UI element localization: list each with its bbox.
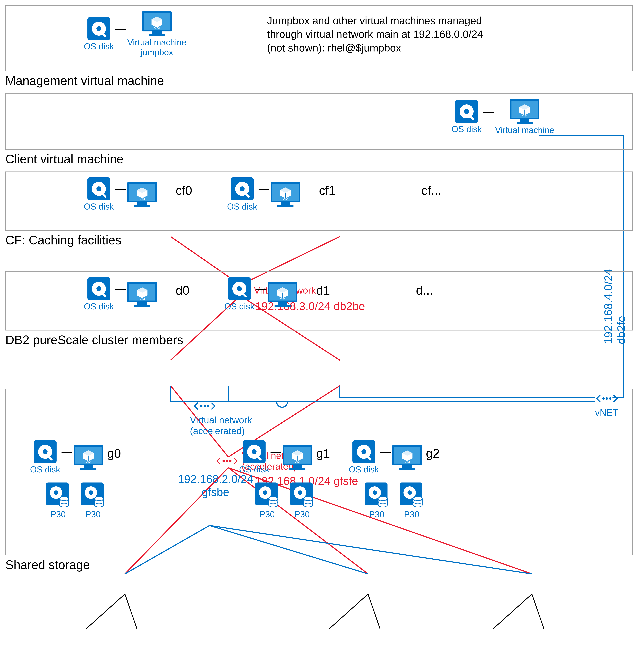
label-dmore: d... xyxy=(416,283,433,297)
vnet-db2fe-subnet: 192.168.4.0/24 db2fe xyxy=(602,269,628,344)
p30-g0-1: P30 xyxy=(46,482,70,519)
label-cfmore: cf... xyxy=(421,183,441,198)
label-d0: d0 xyxy=(176,283,189,297)
vm-g1 xyxy=(283,445,312,470)
vm-icon xyxy=(127,282,157,307)
disk-icon xyxy=(87,177,110,200)
os-disk-g1: OS disk xyxy=(239,440,269,474)
p30-icon xyxy=(81,482,105,508)
vm-icon xyxy=(142,11,172,36)
vm-g0 xyxy=(73,445,103,470)
p30-icon xyxy=(255,482,279,508)
vm-jumpbox-label: Virtual machine jumpbox xyxy=(127,37,186,57)
label-d1: d1 xyxy=(316,283,330,297)
label-g1: g1 xyxy=(316,446,330,460)
disk-icon xyxy=(231,177,254,200)
vnet-gfsbe-label: Virtual network (accelerated) xyxy=(190,415,252,436)
vm-icon xyxy=(73,445,103,470)
vm-icon xyxy=(268,282,297,307)
os-disk-d1: OS disk xyxy=(224,277,254,311)
link-line xyxy=(115,29,126,30)
p30-g2-1: P30 xyxy=(365,482,389,519)
management-title: Management virtual machine xyxy=(5,73,633,88)
vm-icon xyxy=(127,182,157,207)
vm-icon xyxy=(283,445,312,470)
db2-section: OS disk d0 OS disk d1 d... xyxy=(5,272,633,330)
note-text: Jumpbox and other virtual machines manag… xyxy=(267,14,496,55)
vm-d1 xyxy=(268,282,297,307)
cf-section: OS disk cf0 OS disk cf1 cf... xyxy=(5,171,633,231)
vm-icon xyxy=(392,445,422,470)
disk-icon xyxy=(228,277,251,300)
os-disk-d0: OS disk xyxy=(84,277,114,311)
os-disk-client: OS disk xyxy=(452,100,482,134)
vm-client: Virtual machine xyxy=(495,99,554,135)
p30-icon xyxy=(365,482,389,508)
disk-icon xyxy=(87,277,110,300)
os-disk-g2: OS disk xyxy=(349,440,379,474)
vm-cf0 xyxy=(127,182,157,207)
vm-d0 xyxy=(127,282,157,307)
p30-icon xyxy=(290,482,314,508)
os-disk-g0: OS disk xyxy=(30,440,60,474)
storage-g0: OS disk g0 P30 P30 xyxy=(30,440,121,519)
client-section: OS disk Virtual machine xyxy=(5,93,633,150)
vm-g2 xyxy=(392,445,422,470)
vm-cf1 xyxy=(271,182,300,207)
link-line xyxy=(483,112,494,113)
management-section: OS disk Virtual machine jumpbox Jumpbox … xyxy=(5,5,633,71)
label-g0: g0 xyxy=(107,446,121,460)
db2-title: DB2 pureScale cluster members xyxy=(5,333,633,347)
disk-icon xyxy=(243,440,266,463)
label-cf1: cf1 xyxy=(319,183,336,198)
label-cf0: cf0 xyxy=(176,183,192,198)
storage-title: Shared storage xyxy=(5,558,633,572)
os-disk-cf1: OS disk xyxy=(227,177,257,212)
os-disk-mgmt: OS disk xyxy=(84,17,114,51)
vm-icon xyxy=(510,99,539,124)
storage-g2: OS disk g2 P30 P30 xyxy=(349,440,440,519)
p30-g1-1: P30 xyxy=(255,482,279,519)
vm-jumpbox: Virtual machine jumpbox xyxy=(127,11,186,57)
os-disk-cf0: OS disk xyxy=(84,177,114,212)
p30-g1-2: P30 xyxy=(290,482,314,519)
cf-title: CF: Caching facilities xyxy=(5,233,633,247)
vm-icon xyxy=(271,182,300,207)
vnet-gfsbe xyxy=(194,397,215,415)
os-disk-label: OS disk xyxy=(84,42,114,51)
storage-section: Virtual network (accelerated) 192.168.2.… xyxy=(5,389,633,555)
vnet-icon xyxy=(194,397,215,415)
p30-icon xyxy=(400,482,424,508)
client-title: Client virtual machine xyxy=(5,152,633,166)
p30-g0-2: P30 xyxy=(81,482,105,519)
label-g2: g2 xyxy=(426,446,440,460)
disk-icon xyxy=(34,440,56,463)
p30-icon xyxy=(46,482,70,508)
os-disk-label: OS disk xyxy=(452,124,482,134)
disk-icon xyxy=(455,100,478,123)
storage-g1: OS disk g1 P30 P30 xyxy=(239,440,330,519)
disk-icon xyxy=(87,17,110,40)
p30-g2-2: P30 xyxy=(400,482,424,519)
vm-label: Virtual machine xyxy=(495,125,554,135)
disk-icon xyxy=(352,440,375,463)
